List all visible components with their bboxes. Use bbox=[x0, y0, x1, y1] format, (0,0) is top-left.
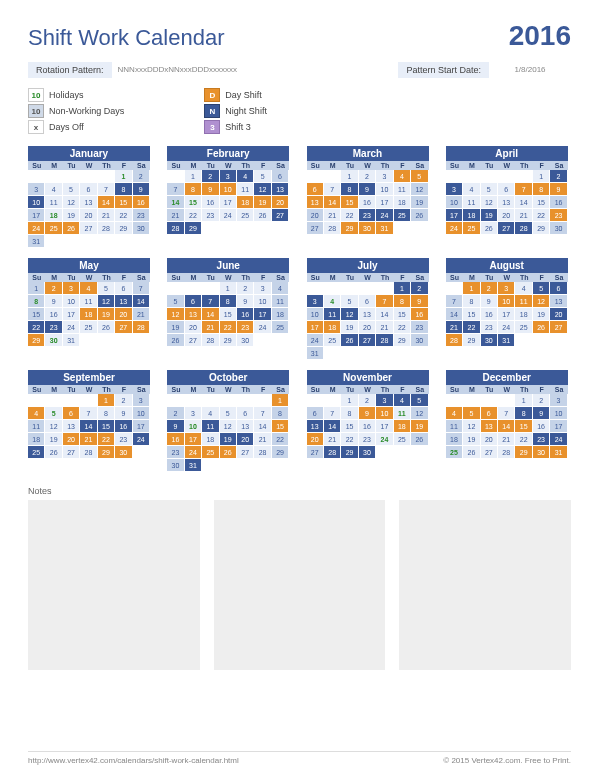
day-cell: 7 bbox=[254, 407, 271, 420]
day-cell: 3 bbox=[376, 394, 393, 407]
day-cell: 21 bbox=[515, 209, 532, 222]
month-name: September bbox=[28, 370, 150, 385]
dow-cell: W bbox=[359, 385, 376, 394]
day-cell: 28 bbox=[80, 446, 97, 459]
dow-cell: F bbox=[115, 273, 132, 282]
night-swatch: N bbox=[204, 104, 220, 118]
day-cell: 24 bbox=[185, 446, 202, 459]
dow-cell: M bbox=[324, 273, 341, 282]
dow-cell: F bbox=[394, 273, 411, 282]
day-empty bbox=[28, 170, 45, 183]
day-cell: 31 bbox=[63, 334, 80, 347]
day-cell: 6 bbox=[272, 170, 289, 183]
day-cell: 20 bbox=[307, 433, 324, 446]
month-name: August bbox=[446, 258, 568, 273]
month-name: June bbox=[167, 258, 289, 273]
note-box[interactable] bbox=[399, 500, 571, 670]
day-cell: 10 bbox=[307, 308, 324, 321]
day-cell: 31 bbox=[498, 334, 515, 347]
day-cell: 1 bbox=[463, 282, 480, 295]
days-grid: 1234567891011121314151617181920212223242… bbox=[28, 282, 150, 347]
note-box[interactable] bbox=[214, 500, 386, 670]
day-cell: 18 bbox=[394, 420, 411, 433]
dow-cell: F bbox=[394, 385, 411, 394]
dow-cell: Sa bbox=[411, 273, 428, 282]
day-cell: 27 bbox=[481, 446, 498, 459]
dow-cell: Th bbox=[515, 385, 532, 394]
day-cell: 2 bbox=[133, 170, 150, 183]
day-empty bbox=[463, 394, 480, 407]
day-cell: 19 bbox=[63, 209, 80, 222]
day-cell: 29 bbox=[115, 222, 132, 235]
day-cell: 4 bbox=[202, 407, 219, 420]
day-cell: 20 bbox=[272, 196, 289, 209]
day-cell: 28 bbox=[515, 222, 532, 235]
day-cell: 18 bbox=[446, 433, 463, 446]
day-cell: 15 bbox=[341, 196, 358, 209]
day-cell: 23 bbox=[359, 209, 376, 222]
day-cell: 30 bbox=[359, 446, 376, 459]
day-cell: 11 bbox=[237, 183, 254, 196]
day-cell: 30 bbox=[411, 334, 428, 347]
day-cell: 24 bbox=[376, 209, 393, 222]
dow-cell: F bbox=[254, 161, 271, 170]
dow-cell: Su bbox=[307, 385, 324, 394]
day-cell: 16 bbox=[359, 420, 376, 433]
day-cell: 24 bbox=[63, 321, 80, 334]
dow-cell: W bbox=[80, 161, 97, 170]
day-cell: 20 bbox=[498, 209, 515, 222]
dow-cell: Tu bbox=[341, 385, 358, 394]
dow-cell: Tu bbox=[63, 161, 80, 170]
day-cell: 5 bbox=[411, 170, 428, 183]
day-cell: 15 bbox=[98, 420, 115, 433]
day-cell: 30 bbox=[550, 222, 567, 235]
day-cell: 31 bbox=[185, 459, 202, 472]
day-cell: 9 bbox=[115, 407, 132, 420]
dow-cell: F bbox=[254, 273, 271, 282]
day-cell: 30 bbox=[45, 334, 62, 347]
day-cell: 25 bbox=[394, 433, 411, 446]
days-grid: 1234567891011121314151617181920212223242… bbox=[446, 282, 568, 347]
days-grid: 1234567891011121314151617181920212223242… bbox=[28, 170, 150, 248]
legend: 10Holidays 10Non-Working Days xDays Off … bbox=[28, 88, 571, 134]
day-cell: 7 bbox=[98, 183, 115, 196]
day-cell: 26 bbox=[533, 321, 550, 334]
days-grid: 1234567891011121314151617181920212223242… bbox=[167, 394, 289, 472]
day-cell: 3 bbox=[550, 394, 567, 407]
calendar-page: Shift Work Calendar 2016 Rotation Patter… bbox=[0, 0, 599, 779]
rotation-input[interactable]: NNNxxxDDDxNNxxxDDDxxxxxxx bbox=[112, 62, 264, 78]
day-cell: 7 bbox=[515, 183, 532, 196]
day-cell: 8 bbox=[185, 183, 202, 196]
day-cell: 28 bbox=[133, 321, 150, 334]
day-cell: 20 bbox=[115, 308, 132, 321]
day-cell: 12 bbox=[463, 420, 480, 433]
day-cell: 15 bbox=[28, 308, 45, 321]
day-cell: 21 bbox=[498, 433, 515, 446]
dow-row: SuMTuWThFSa bbox=[446, 273, 568, 282]
month-october: OctoberSuMTuWThFSa1234567891011121314151… bbox=[167, 370, 289, 472]
rotation-label: Rotation Pattern: bbox=[28, 62, 112, 78]
day-cell: 31 bbox=[550, 446, 567, 459]
day-cell: 17 bbox=[498, 308, 515, 321]
day-cell: 14 bbox=[446, 308, 463, 321]
dow-cell: Sa bbox=[550, 161, 567, 170]
day-cell: 30 bbox=[115, 446, 132, 459]
day-cell: 30 bbox=[237, 334, 254, 347]
day-cell: 21 bbox=[376, 321, 393, 334]
day-cell: 7 bbox=[202, 295, 219, 308]
dow-cell: M bbox=[45, 161, 62, 170]
note-box[interactable] bbox=[28, 500, 200, 670]
day-cell: 9 bbox=[481, 295, 498, 308]
dow-cell: Su bbox=[446, 273, 463, 282]
day-cell: 24 bbox=[133, 433, 150, 446]
day-empty bbox=[498, 394, 515, 407]
day-cell: 24 bbox=[550, 433, 567, 446]
dow-cell: M bbox=[185, 273, 202, 282]
day-cell: 29 bbox=[98, 446, 115, 459]
day-cell: 19 bbox=[254, 196, 271, 209]
start-date-input[interactable]: 1/8/2016 bbox=[489, 62, 571, 78]
day-cell: 4 bbox=[80, 282, 97, 295]
day-cell: 13 bbox=[550, 295, 567, 308]
day-cell: 22 bbox=[394, 321, 411, 334]
day-empty bbox=[63, 394, 80, 407]
